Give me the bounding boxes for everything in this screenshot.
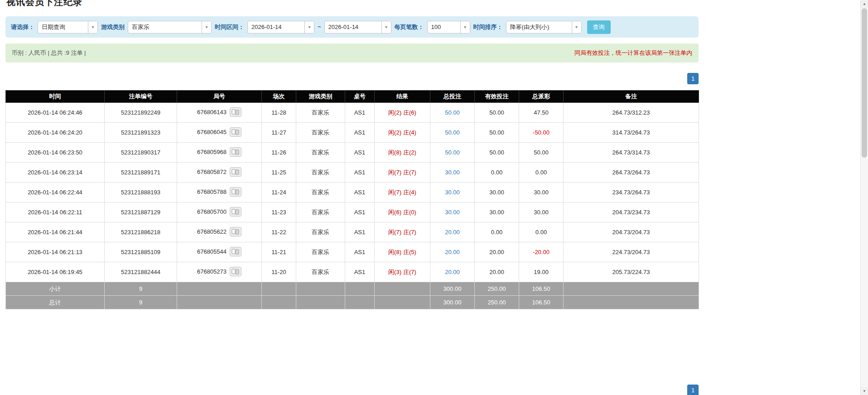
cell-payout: 30.00 — [519, 183, 564, 202]
total-bet-link[interactable]: 30.00 — [445, 169, 460, 176]
cell-session: 11-24 — [262, 183, 296, 202]
scroll-up-icon[interactable]: ▲ — [861, 0, 868, 8]
result-banker: 庄(0) — [403, 209, 416, 216]
result-banker: 庄(7) — [403, 229, 416, 236]
scroll-down-icon[interactable]: ▼ — [861, 387, 868, 395]
game-cards-icon[interactable] — [230, 187, 241, 198]
page-1-button[interactable]: 1 — [687, 73, 699, 84]
game-cards-icon[interactable] — [230, 207, 241, 218]
header-total-bet: 总投注 — [430, 91, 475, 103]
round-number: 676805622 — [197, 228, 227, 235]
subtotal-count: 9 — [105, 282, 177, 296]
cell-bet-id: 523121891323 — [105, 123, 177, 143]
subtotal-payout: 106.50 — [519, 282, 564, 296]
total-bet-link[interactable]: 20.00 — [445, 229, 460, 236]
cell-valid-bet: 50.00 — [475, 143, 519, 163]
cell-result: 闲(2)庄(6) — [375, 103, 430, 123]
cell-time: 2026-01-14 06:19:45 — [6, 262, 105, 282]
result-player: 闲(7) — [388, 229, 401, 236]
result-player: 闲(6) — [388, 209, 401, 216]
summary-notice: 同局有效投注，统一计算在该局第一张注单内 — [574, 49, 692, 57]
cell-time: 2026-01-14 06:21:13 — [6, 242, 105, 262]
footer-empty-cell — [296, 296, 345, 309]
cell-total-bet: 50.00 — [430, 143, 475, 163]
total-bet-link[interactable]: 30.00 — [445, 189, 460, 196]
cell-total-bet: 20.00 — [430, 222, 475, 242]
result-banker: 庄(7) — [403, 269, 416, 275]
scrollbar-thumb[interactable] — [862, 8, 867, 158]
chevron-down-icon[interactable]: ▾ — [304, 21, 314, 33]
game-cards-icon[interactable] — [230, 167, 241, 178]
game-cards-icon[interactable] — [230, 247, 241, 258]
total-label: 总计 — [6, 296, 105, 309]
chevron-down-icon[interactable]: ▾ — [202, 21, 211, 33]
cell-table-no: AS1 — [345, 242, 375, 262]
cell-valid-bet: 20.00 — [475, 262, 519, 282]
chevron-down-icon[interactable]: ▾ — [460, 21, 470, 33]
round-number: 676806143 — [197, 109, 227, 116]
date-from-select[interactable]: 2026-01-14 ▾ — [247, 21, 314, 34]
header-payout: 总派彩 — [519, 91, 564, 103]
total-bet-link[interactable]: 50.00 — [445, 129, 460, 136]
cell-time: 2026-01-14 06:24:20 — [6, 123, 105, 143]
cell-bet-id: 523121886218 — [105, 222, 177, 242]
cell-round: 676806045 — [177, 123, 262, 143]
game-cards-icon[interactable] — [230, 107, 241, 118]
header-session: 场次 — [262, 91, 296, 103]
cell-remark: 224.73/204.73 — [564, 242, 699, 262]
table-row: 2026-01-14 06:21:44 523121886218 6768056… — [6, 222, 699, 242]
sort-select[interactable]: 降幂(由大到小) ▾ — [506, 21, 582, 34]
result-banker: 庄(7) — [403, 169, 416, 176]
game-cards-icon[interactable] — [230, 127, 241, 138]
round-number: 676805273 — [197, 268, 227, 275]
cell-time: 2026-01-14 06:22:44 — [6, 183, 105, 202]
cell-round: 676805968 — [177, 143, 262, 163]
round-number: 676805872 — [197, 169, 227, 175]
per-page-select[interactable]: 100 ▾ — [427, 21, 470, 34]
cell-bet-id: 523121890317 — [105, 143, 177, 163]
query-type-select[interactable]: 日期查询 ▾ — [38, 21, 98, 34]
header-table-no: 桌号 — [345, 91, 375, 103]
total-bet-link[interactable]: 50.00 — [445, 149, 460, 156]
chevron-down-icon[interactable]: ▾ — [381, 21, 391, 33]
date-to-select[interactable]: 2026-01-14 ▾ — [324, 21, 391, 34]
page-1-button[interactable]: 1 — [687, 385, 699, 395]
total-bet-link[interactable]: 20.00 — [445, 249, 460, 255]
cell-session: 11-27 — [262, 123, 296, 143]
search-button[interactable]: 查询 — [587, 20, 611, 34]
result-banker: 庄(4) — [403, 189, 416, 196]
cell-payout: -20.00 — [519, 242, 564, 262]
total-bet-link[interactable]: 50.00 — [445, 109, 460, 116]
cell-valid-bet: 30.00 — [475, 183, 519, 202]
cell-valid-bet: 50.00 — [475, 123, 519, 143]
total-bet-link[interactable]: 20.00 — [445, 269, 460, 275]
cell-payout: 50.00 — [519, 143, 564, 163]
result-player: 闲(7) — [388, 189, 401, 196]
game-cards-icon[interactable] — [230, 227, 241, 238]
cell-bet-id: 523121882444 — [105, 262, 177, 282]
round-number: 676805700 — [197, 208, 227, 215]
header-time: 时间 — [6, 91, 105, 103]
total-payout: 106.50 — [519, 296, 564, 309]
result-player: 闲(3) — [388, 269, 401, 275]
chevron-down-icon[interactable]: ▾ — [572, 21, 581, 33]
cell-total-bet: 50.00 — [430, 103, 475, 123]
cell-bet-id: 523121885109 — [105, 242, 177, 262]
cell-time: 2026-01-14 06:21:44 — [6, 222, 105, 242]
cell-total-bet: 30.00 — [430, 163, 475, 183]
cell-result: 闲(7)庄(7) — [375, 222, 430, 242]
game-cards-icon[interactable] — [230, 267, 241, 278]
cell-round: 676806143 — [177, 103, 262, 123]
cell-session: 11-20 — [262, 262, 296, 282]
chevron-down-icon[interactable]: ▾ — [88, 21, 97, 33]
cell-remark: 204.73/204.73 — [564, 222, 699, 242]
game-type-select[interactable]: 百家乐 ▾ — [128, 21, 212, 34]
per-page-value: 100 — [428, 21, 460, 33]
cell-remark: 234.73/264.73 — [564, 183, 699, 202]
total-bet-link[interactable]: 30.00 — [445, 209, 460, 216]
game-cards-icon[interactable] — [230, 147, 241, 158]
date-from-value: 2026-01-14 — [248, 21, 304, 33]
cell-session: 11-21 — [262, 242, 296, 262]
cell-remark: 204.73/234.73 — [564, 202, 699, 222]
vertical-scrollbar[interactable]: ▲ ▼ — [860, 0, 868, 395]
